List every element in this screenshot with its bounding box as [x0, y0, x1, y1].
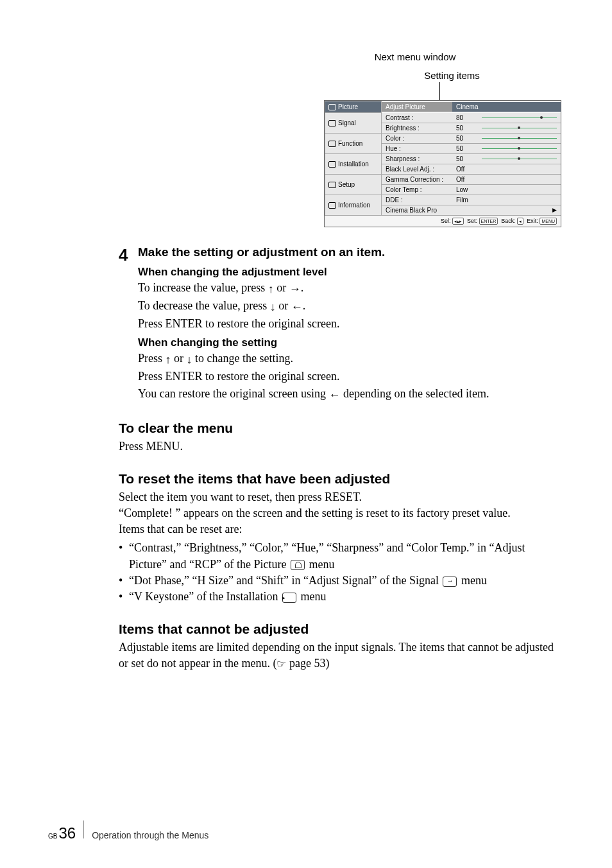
left-arrow-icon: ← [329, 388, 341, 401]
pointer-line [439, 82, 440, 100]
setting-label: Hue : [386, 145, 456, 152]
submenu-arrow-icon: ▶ [552, 207, 557, 213]
sidebar-label: Picture [338, 103, 358, 110]
body-text: Press MENU. [119, 438, 561, 455]
page-number: 36 [58, 824, 76, 842]
text-fragment: You can restore the original screen usin… [138, 387, 329, 400]
setting-row: Brightness :50 [382, 123, 561, 133]
setting-value: Off [456, 176, 482, 183]
setting-label: Contrast : [386, 114, 456, 121]
up-arrow-icon: ↑ [166, 353, 171, 366]
setup-icon [328, 182, 336, 188]
sidebar-item-setup: Setup [325, 174, 382, 195]
bullet-item: “Contrast,” “Brightness,” “Color,” “Hue,… [119, 540, 561, 572]
sidebar-label: Signal [338, 119, 356, 126]
setting-label: Color Temp : [386, 186, 456, 193]
body-text: “Complete! ” appears on the screen and t… [119, 505, 561, 521]
text-fragment: or [276, 299, 291, 312]
text-fragment: . [303, 299, 306, 312]
footer-text: Operation through the Menus [92, 830, 208, 840]
arrows-key-icon: ◂▴▸ [452, 218, 464, 225]
setting-row: Gamma Correction :Off [382, 174, 561, 184]
setting-row: DDE :Film [382, 195, 561, 205]
down-arrow-icon: ↓ [270, 300, 276, 313]
setting-value: 50 [456, 135, 482, 142]
subheading: When changing the setting [138, 336, 561, 349]
signal-icon [328, 120, 336, 126]
setting-label: Sharpness : [386, 155, 456, 162]
subheading: When changing the adjustment level [138, 266, 561, 279]
picture-menu-icon [291, 560, 305, 570]
body-text: To increase the value, press ↑ or →. [138, 280, 561, 297]
setting-row: Hue :50 [382, 143, 561, 153]
text-fragment: “Dot Phase,” “H Size” and “Shift” in “Ad… [129, 574, 441, 587]
text-fragment: Press [138, 352, 166, 365]
setting-row: Color Temp :Low [382, 184, 561, 195]
text-fragment: depending on the selected item. [341, 387, 489, 400]
setting-row: Sharpness :50 [382, 153, 561, 164]
section-heading: Items that cannot be adjusted [119, 621, 561, 637]
setting-value: Film [456, 196, 482, 204]
sidebar-item-picture: Picture [325, 101, 382, 113]
installation-menu-icon [282, 593, 296, 603]
setting-items-label: Setting items [343, 70, 561, 81]
text-fragment: or [171, 352, 187, 365]
setting-value: 80 [456, 114, 482, 121]
menu-header-left: Adjust Picture [382, 102, 452, 112]
text-fragment: menu [298, 590, 327, 603]
setting-row: Contrast :80 [382, 113, 561, 123]
menu-hints: Sel: ◂▴▸ Set: ENTER Back: ◂ Exit: MENU [325, 216, 561, 227]
text-fragment: To decrease the value, press [138, 299, 270, 312]
slider [482, 148, 557, 149]
sidebar-label: Information [338, 202, 370, 209]
setting-label: Brightness : [386, 125, 456, 132]
setting-label: Color : [386, 135, 456, 142]
text-fragment: to change the setting. [192, 352, 293, 365]
step-title: Make the setting or adjustment on an ite… [138, 245, 561, 259]
sidebar-item-information: Information [325, 195, 382, 215]
section-heading: To clear the menu [119, 421, 561, 436]
setting-value: 50 [456, 145, 482, 152]
menu-header: Adjust Picture Cinema [382, 102, 561, 112]
slider [482, 138, 557, 139]
region-code: GB [48, 833, 57, 840]
setting-value: Off [456, 166, 482, 173]
enter-key-icon: ENTER [479, 218, 498, 225]
down-arrow-icon: ↓ [187, 353, 192, 366]
menu-header-right: Cinema [452, 102, 561, 112]
text-fragment: . [301, 281, 304, 294]
slider [482, 117, 557, 118]
setting-row: Color :50 [382, 133, 561, 143]
hint-sel: Sel: [441, 218, 451, 224]
setting-value: 50 [456, 125, 482, 132]
section-heading: To reset the items that have been adjust… [119, 471, 561, 487]
setting-label: Black Level Adj. : [386, 166, 456, 173]
setting-value: 50 [456, 155, 482, 162]
setting-label: DDE : [386, 196, 456, 204]
body-text: You can restore the original screen usin… [138, 386, 561, 403]
body-text: Adjustable items are limited depending o… [119, 639, 561, 672]
menu-key-icon: MENU [540, 218, 557, 225]
setting-label: Gamma Correction : [386, 176, 456, 183]
body-text: To decrease the value, press ↓ or ←. [138, 298, 561, 315]
text-fragment: Adjustable items are limited depending o… [119, 641, 554, 670]
sidebar-item-signal: Signal [325, 113, 382, 134]
installation-icon [328, 161, 336, 168]
hint-exit: Exit: [527, 218, 538, 224]
step-number: 4 [119, 245, 138, 404]
setting-row-last: Cinema Black Pro▶ [382, 205, 561, 215]
hint-set: Set: [467, 218, 477, 224]
text-fragment: menu [458, 574, 487, 587]
sidebar-item-function: Function [325, 133, 382, 153]
sidebar-label: Installation [338, 161, 369, 168]
setting-row: Black Level Adj. :Off [382, 164, 561, 174]
sidebar-label: Setup [338, 181, 355, 188]
page-footer: GB 36 Operation through the Menus [48, 820, 208, 842]
body-text: Press ENTER to restore the original scre… [138, 369, 561, 384]
body-text: Press ENTER to restore the original scre… [138, 316, 561, 331]
up-arrow-icon: ↑ [268, 282, 274, 295]
text-fragment: “V Keystone” of the Installation [129, 590, 281, 603]
bullet-item: “Dot Phase,” “H Size” and “Shift” in “Ad… [119, 573, 561, 589]
function-icon [328, 141, 336, 147]
sidebar-label: Function [338, 140, 362, 147]
